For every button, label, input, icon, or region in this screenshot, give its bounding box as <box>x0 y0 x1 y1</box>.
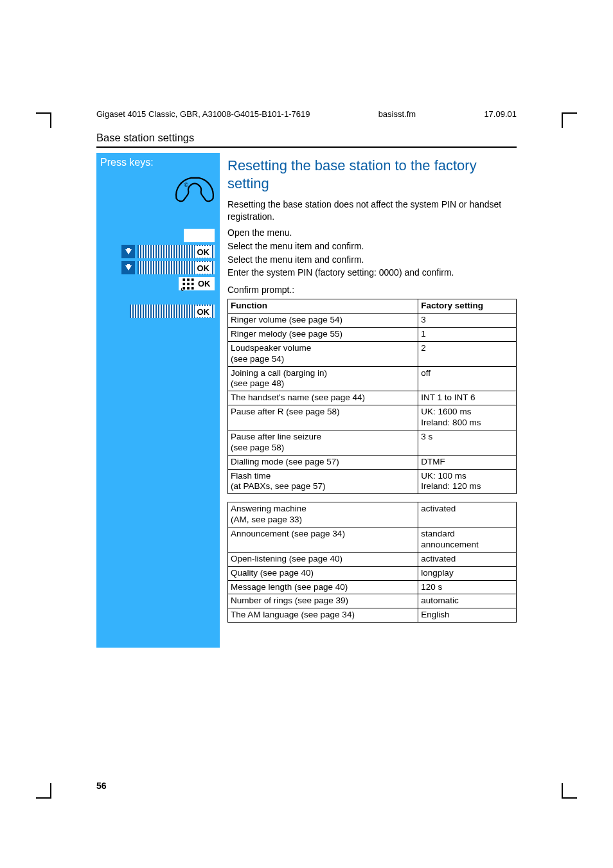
table-row: The AM language (see page 34)English <box>228 608 517 623</box>
table-cell: Flash time(at PABXs, see page 57) <box>228 469 418 494</box>
table-row: The handset's name (see page 44)INT 1 to… <box>228 391 517 405</box>
table-cell: Open-listening (see page 40) <box>228 552 418 566</box>
step-marker-select-1: OK <box>100 245 216 258</box>
table-row: Loudspeaker volume(see page 54)2 <box>228 341 517 366</box>
handset-icon: © <box>173 175 216 211</box>
table-cell: DTMF <box>418 455 517 469</box>
running-header: Gigaset 4015 Classic, GBR, A31008-G4015-… <box>96 109 517 119</box>
step-marker-pin: OK <box>100 277 216 290</box>
table-row: Message length (see page 40)120 s <box>228 580 517 594</box>
header-file: basisst.fm <box>378 109 416 119</box>
table-cell: Answering machine(AM, see page 33) <box>228 502 418 527</box>
header-date: 17.09.01 <box>484 109 517 119</box>
table-row: Flash time(at PABXs, see page 57)UK: 100… <box>228 469 517 494</box>
table-header: Function <box>228 299 418 314</box>
table-cell: automatic <box>418 594 517 608</box>
svg-text:©: © <box>184 182 189 188</box>
table-cell: Ringer melody (see page 55) <box>228 327 418 341</box>
table-row: Pause after R (see page 58)UK: 1600 msIr… <box>228 405 517 430</box>
svg-rect-1 <box>182 278 185 281</box>
step-marker-confirm: OK <box>100 305 216 318</box>
step-marker-open-menu <box>100 229 216 242</box>
table-row: Pause after line seizure(see page 58)3 s <box>228 430 517 455</box>
table-cell: activated <box>418 502 517 527</box>
svg-rect-8 <box>187 287 190 289</box>
table-cell: Number of rings (see page 39) <box>228 594 418 608</box>
table-cell: The AM language (see page 34) <box>228 608 418 623</box>
svg-rect-5 <box>187 283 190 285</box>
ok-label: OK <box>197 247 210 257</box>
table-cell: standardannouncement <box>418 527 517 553</box>
press-keys-panel: Press keys: © OK <box>96 153 220 648</box>
ok-label: OK <box>197 307 210 317</box>
factory-settings-table-1: Function Factory setting Ringer volume (… <box>227 299 517 494</box>
table-cell: UK: 100 msIreland: 120 ms <box>418 469 517 494</box>
step-marker-select-2: OK <box>100 261 216 274</box>
table-row: Ringer melody (see page 55)1 <box>228 327 517 341</box>
table-cell: 3 <box>418 314 517 328</box>
step-open-menu: Open the menu. <box>227 227 517 239</box>
section-title: Base station settings <box>96 132 517 148</box>
main-column: Resetting the base station to the factor… <box>220 153 517 648</box>
svg-rect-6 <box>191 283 194 285</box>
table-cell: activated <box>418 552 517 566</box>
table-row: Joining a call (barging in)(see page 48)… <box>228 366 517 391</box>
arrow-down-icon <box>121 245 135 258</box>
table-cell: Pause after line seizure(see page 58) <box>228 430 418 455</box>
page: Gigaset 4015 Classic, GBR, A31008-G4015-… <box>0 0 613 868</box>
table-cell: Joining a call (barging in)(see page 48) <box>228 366 418 391</box>
table-cell: Ringer volume (see page 54) <box>228 314 418 328</box>
intro-text: Resetting the base station does not affe… <box>227 199 517 223</box>
arrow-down-icon <box>121 261 135 274</box>
table-cell: Loudspeaker volume(see page 54) <box>228 341 418 366</box>
step-pin: Enter the system PIN (factory setting: 0… <box>227 267 517 279</box>
table-cell: 2 <box>418 341 517 366</box>
table-row: Announcement (see page 34)standardannoun… <box>228 527 517 553</box>
svg-rect-3 <box>191 278 194 281</box>
header-doc: Gigaset 4015 Classic, GBR, A31008-G4015-… <box>96 109 310 119</box>
svg-rect-7 <box>182 287 185 289</box>
svg-rect-9 <box>191 287 194 289</box>
table-row: Quality (see page 40)longplay <box>228 566 517 580</box>
table-cell: Pause after R (see page 58) <box>228 405 418 430</box>
press-keys-label: Press keys: <box>100 157 216 168</box>
page-number: 56 <box>96 781 107 791</box>
table-cell: Announcement (see page 34) <box>228 527 418 553</box>
keypad-icon <box>181 277 195 291</box>
svg-rect-4 <box>182 283 185 285</box>
ok-label: OK <box>197 263 210 273</box>
table-header: Factory setting <box>418 299 517 314</box>
factory-settings-table-2: Answering machine(AM, see page 33)activa… <box>227 502 517 623</box>
table-cell: Message length (see page 40) <box>228 580 418 594</box>
step-select-2: Select the menu item and confirm. <box>227 254 517 266</box>
step-select-1: Select the menu item and confirm. <box>227 240 517 252</box>
step-confirm: Confirm prompt.: <box>227 284 517 296</box>
table-cell: Dialling mode (see page 57) <box>228 455 418 469</box>
table-row: Ringer volume (see page 54)3 <box>228 314 517 328</box>
table-cell: Quality (see page 40) <box>228 566 418 580</box>
table-cell: UK: 1600 msIreland: 800 ms <box>418 405 517 430</box>
heading: Resetting the base station to the factor… <box>227 157 517 192</box>
table-row: Open-listening (see page 40)activated <box>228 552 517 566</box>
table-row: Answering machine(AM, see page 33)activa… <box>228 502 517 527</box>
table-row: Number of rings (see page 39)automatic <box>228 594 517 608</box>
table-cell: off <box>418 366 517 391</box>
table-cell: INT 1 to INT 6 <box>418 391 517 405</box>
table-cell: 3 s <box>418 430 517 455</box>
table-cell: longplay <box>418 566 517 580</box>
table-cell: 120 s <box>418 580 517 594</box>
table-cell: English <box>418 608 517 623</box>
ok-label: OK <box>198 279 211 288</box>
table-cell: 1 <box>418 327 517 341</box>
table-row: Dialling mode (see page 57)DTMF <box>228 455 517 469</box>
svg-rect-2 <box>187 278 190 281</box>
table-cell: The handset's name (see page 44) <box>228 391 418 405</box>
